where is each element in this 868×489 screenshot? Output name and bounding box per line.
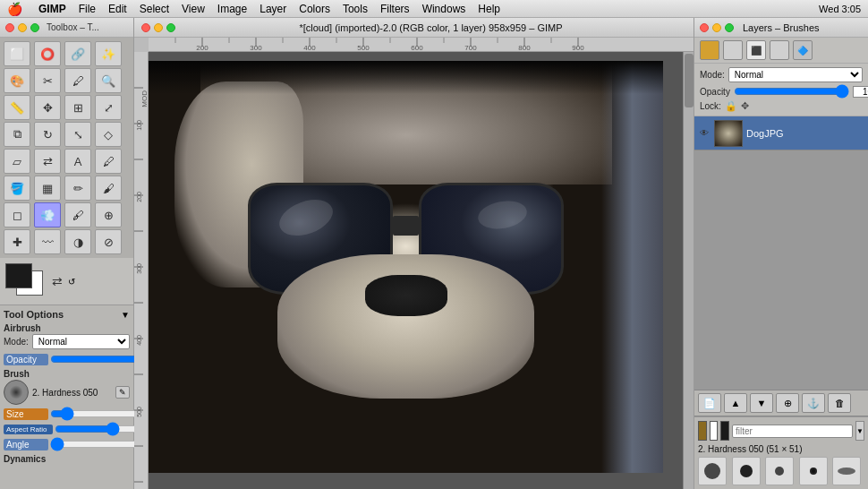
menu-help[interactable]: Help xyxy=(478,3,500,15)
fuzzy-select-tool[interactable]: ✨ xyxy=(95,41,122,66)
close-button[interactable] xyxy=(5,23,14,32)
measure-tool[interactable]: 📏 xyxy=(4,95,30,120)
lock-position-icon[interactable]: ✥ xyxy=(741,100,749,112)
layers-icon-4[interactable] xyxy=(770,40,789,60)
fg-select-tool[interactable]: 🖊 xyxy=(64,68,91,93)
mode-select[interactable]: Normal Multiply Screen xyxy=(32,334,130,349)
image-border-top xyxy=(149,61,663,94)
menu-edit[interactable]: Edit xyxy=(108,3,127,15)
free-select-tool[interactable]: 🔗 xyxy=(64,41,91,66)
menu-view[interactable]: View xyxy=(182,3,205,15)
dynamics-label: Dynamics xyxy=(4,454,130,464)
svg-text:400: 400 xyxy=(136,335,142,346)
path-tool[interactable]: 🖊 xyxy=(95,149,122,174)
crop-tool[interactable]: ⧉ xyxy=(4,122,30,147)
layers-title-bar: Layers – Brushes xyxy=(694,18,868,38)
paintbrush-tool[interactable]: 🖌 xyxy=(95,176,122,201)
align-tool[interactable]: ⊞ xyxy=(64,95,91,120)
layers-opacity-value: 100.0 xyxy=(853,86,868,98)
canvas-scroll-area[interactable] xyxy=(149,52,694,489)
flip-tool[interactable]: ⇄ xyxy=(34,149,61,174)
brush-color-brown[interactable] xyxy=(698,421,707,441)
vertical-scrollbar[interactable] xyxy=(683,52,694,489)
pencil-tool[interactable]: ✏ xyxy=(64,176,91,201)
layers-minimize-button[interactable] xyxy=(712,23,721,32)
menu-windows[interactable]: Windows xyxy=(422,3,466,15)
lower-layer-button[interactable]: ▼ xyxy=(750,393,773,413)
delete-layer-button[interactable]: 🗑 xyxy=(828,393,851,413)
paintbucket-tool[interactable]: 🪣 xyxy=(4,176,30,201)
brush-thumb-3[interactable] xyxy=(765,457,794,485)
layers-icon-5[interactable]: 🔷 xyxy=(793,40,813,60)
layer-thumb-content xyxy=(715,121,742,146)
anchor-layer-button[interactable]: ⚓ xyxy=(802,393,825,413)
zoom-tool[interactable]: 🔍 xyxy=(95,68,122,93)
brush-color-black[interactable] xyxy=(720,421,729,441)
layers-mode-select[interactable]: Normal Multiply xyxy=(728,67,863,82)
brush-color-white[interactable] xyxy=(710,421,719,441)
canvas-maximize-button[interactable] xyxy=(166,23,175,32)
dodge-burn-tool[interactable]: ◑ xyxy=(64,229,91,254)
vertical-ruler: MOD 100 200 300 400 xyxy=(134,52,149,489)
text-tool[interactable]: A xyxy=(64,149,91,174)
brush-dropdown-arrow[interactable]: ▼ xyxy=(855,421,864,441)
rectangle-select-tool[interactable]: ⬜ xyxy=(4,41,30,66)
ink-tool[interactable]: 🖋 xyxy=(64,202,91,227)
layers-icon-3[interactable]: ⬛ xyxy=(746,40,766,60)
layers-close-button[interactable] xyxy=(700,23,709,32)
scale-tool[interactable]: ⤡ xyxy=(64,122,91,147)
clone-tool[interactable]: ⊕ xyxy=(95,202,122,227)
apple-menu[interactable]: 🍎 xyxy=(7,2,22,16)
scissors-select-tool[interactable]: ✂ xyxy=(34,68,61,93)
ellipse-select-tool[interactable]: ⭕ xyxy=(34,41,61,66)
layers-icon-1[interactable] xyxy=(700,40,719,60)
brush-preview-inner xyxy=(8,384,24,400)
reset-colors-icon[interactable]: ↺ xyxy=(68,277,75,287)
layers-maximize-button[interactable] xyxy=(725,23,734,32)
maximize-button[interactable] xyxy=(30,23,39,32)
brush-filter-input[interactable] xyxy=(732,425,853,438)
shear-tool[interactable]: ◇ xyxy=(95,122,122,147)
layer-visibility-toggle[interactable]: 👁 xyxy=(698,127,711,140)
menu-select[interactable]: Select xyxy=(140,3,169,15)
heal-tool[interactable]: ✚ xyxy=(4,229,30,254)
canvas-minimize-button[interactable] xyxy=(154,23,163,32)
smudge-tool[interactable]: 〰 xyxy=(34,229,61,254)
minimize-button[interactable] xyxy=(18,23,27,32)
image-canvas[interactable] xyxy=(149,61,663,473)
foreground-color-swatch[interactable] xyxy=(5,263,32,288)
desaturate-tool[interactable]: ⊘ xyxy=(95,229,122,254)
canvas-close-button[interactable] xyxy=(141,23,150,32)
scrollbar-thumb[interactable] xyxy=(685,54,694,107)
brush-edit-button[interactable]: ✎ xyxy=(115,386,130,399)
rotate-tool[interactable]: ↻ xyxy=(34,122,61,147)
menu-image[interactable]: Image xyxy=(217,3,247,15)
perspective-tool[interactable]: ▱ xyxy=(4,149,30,174)
duplicate-layer-button[interactable]: ⊕ xyxy=(776,393,799,413)
transform-tool[interactable]: ⤢ xyxy=(95,95,122,120)
menu-gimp[interactable]: GIMP xyxy=(38,3,66,15)
airbrush-tool[interactable]: 💨 xyxy=(34,202,61,227)
brush-thumb-1[interactable] xyxy=(698,457,727,485)
menu-tools[interactable]: Tools xyxy=(343,3,368,15)
svg-text:600: 600 xyxy=(411,44,423,52)
layers-opacity-slider[interactable] xyxy=(734,85,849,98)
menu-file[interactable]: File xyxy=(79,3,96,15)
lock-pixels-icon[interactable]: 🔒 xyxy=(725,100,737,112)
eraser-tool[interactable]: ◻ xyxy=(4,202,30,227)
move-tool[interactable]: ✥ xyxy=(34,95,61,120)
blend-tool[interactable]: ▦ xyxy=(34,176,61,201)
menu-layer[interactable]: Layer xyxy=(260,3,286,15)
raise-layer-button[interactable]: ▲ xyxy=(724,393,747,413)
tool-options-expand-icon[interactable]: ▼ xyxy=(121,310,130,320)
brush-thumb-5[interactable] xyxy=(832,457,861,485)
layers-icon-2[interactable] xyxy=(723,40,743,60)
select-by-color-tool[interactable]: 🎨 xyxy=(4,68,30,93)
new-layer-button[interactable]: 📄 xyxy=(698,393,721,413)
layer-item[interactable]: 👁 DogJPG xyxy=(694,116,868,150)
menu-colors[interactable]: Colors xyxy=(299,3,330,15)
brush-thumb-4[interactable] xyxy=(799,457,828,485)
brush-thumb-2[interactable] xyxy=(732,457,761,485)
menu-filters[interactable]: Filters xyxy=(380,3,410,15)
swap-colors-icon[interactable]: ⇄ xyxy=(52,274,63,288)
